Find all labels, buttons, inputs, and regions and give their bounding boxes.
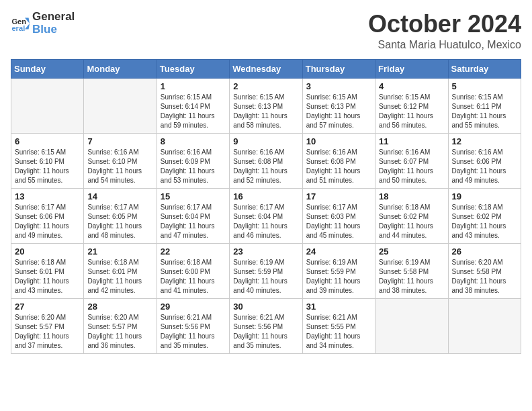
week-row-1: 1Sunrise: 6:15 AM Sunset: 6:14 PM Daylig… [11,78,521,133]
month-title: October 2024 [368,11,521,38]
day-number: 30 [233,302,298,312]
logo-general: General [32,11,75,24]
day-info: Sunrise: 6:18 AM Sunset: 6:00 PM Dayligh… [161,258,226,295]
day-number: 16 [233,191,298,201]
day-number: 17 [306,191,371,201]
calendar-cell: 6Sunrise: 6:15 AM Sunset: 6:10 PM Daylig… [11,133,84,188]
day-number: 22 [161,246,226,257]
day-info: Sunrise: 6:21 AM Sunset: 5:55 PM Dayligh… [306,313,371,351]
day-info: Sunrise: 6:17 AM Sunset: 6:05 PM Dayligh… [87,203,152,240]
calendar-cell [11,78,84,133]
day-number: 8 [161,136,226,146]
calendar-cell [375,298,448,353]
day-info: Sunrise: 6:20 AM Sunset: 5:57 PM Dayligh… [87,313,152,351]
calendar-cell: 21Sunrise: 6:18 AM Sunset: 6:01 PM Dayli… [84,243,157,298]
calendar-cell: 30Sunrise: 6:21 AM Sunset: 5:56 PM Dayli… [230,298,302,353]
svg-text:eral: eral [11,24,25,32]
day-info: Sunrise: 6:16 AM Sunset: 6:09 PM Dayligh… [161,148,226,185]
day-info: Sunrise: 6:16 AM Sunset: 6:08 PM Dayligh… [233,148,298,185]
day-info: Sunrise: 6:19 AM Sunset: 5:59 PM Dayligh… [233,258,298,295]
calendar-cell: 16Sunrise: 6:17 AM Sunset: 6:04 PM Dayli… [230,188,302,243]
day-info: Sunrise: 6:18 AM Sunset: 6:02 PM Dayligh… [379,203,444,240]
header-tuesday: Tuesday [157,59,229,78]
day-info: Sunrise: 6:17 AM Sunset: 6:03 PM Dayligh… [306,203,371,240]
day-number: 7 [87,136,152,146]
calendar-cell: 31Sunrise: 6:21 AM Sunset: 5:55 PM Dayli… [302,298,375,353]
location-title: Santa Maria Huatulco, Mexico [368,39,521,51]
day-number: 26 [452,246,517,257]
day-info: Sunrise: 6:15 AM Sunset: 6:11 PM Dayligh… [452,93,517,130]
day-number: 1 [161,81,226,91]
logo-icon: Gen eral [11,14,30,33]
header-saturday: Saturday [448,59,521,78]
day-number: 24 [306,246,371,257]
calendar-cell: 1Sunrise: 6:15 AM Sunset: 6:14 PM Daylig… [157,78,229,133]
day-number: 4 [379,81,444,91]
header-sunday: Sunday [11,59,84,78]
day-number: 18 [379,191,444,201]
calendar-cell: 4Sunrise: 6:15 AM Sunset: 6:12 PM Daylig… [375,78,448,133]
day-number: 6 [15,136,80,146]
calendar-cell: 23Sunrise: 6:19 AM Sunset: 5:59 PM Dayli… [230,243,302,298]
header-wednesday: Wednesday [230,59,302,78]
calendar-cell: 28Sunrise: 6:20 AM Sunset: 5:57 PM Dayli… [84,298,157,353]
day-info: Sunrise: 6:16 AM Sunset: 6:07 PM Dayligh… [379,148,444,185]
day-info: Sunrise: 6:15 AM Sunset: 6:10 PM Dayligh… [15,148,80,185]
page-header: Gen eral General Blue October 2024 Santa… [11,11,521,51]
week-row-4: 20Sunrise: 6:18 AM Sunset: 6:01 PM Dayli… [11,243,521,298]
day-number: 20 [15,246,80,257]
day-info: Sunrise: 6:15 AM Sunset: 6:12 PM Dayligh… [379,93,444,130]
day-number: 12 [452,136,517,146]
header-monday: Monday [84,59,157,78]
calendar-cell: 20Sunrise: 6:18 AM Sunset: 6:01 PM Dayli… [11,243,84,298]
day-info: Sunrise: 6:21 AM Sunset: 5:56 PM Dayligh… [161,313,226,351]
header-friday: Friday [375,59,448,78]
logo-blue: Blue [32,24,75,36]
day-number: 10 [306,136,371,146]
calendar-cell: 15Sunrise: 6:17 AM Sunset: 6:04 PM Dayli… [157,188,229,243]
calendar-cell: 22Sunrise: 6:18 AM Sunset: 6:00 PM Dayli… [157,243,229,298]
day-info: Sunrise: 6:18 AM Sunset: 6:01 PM Dayligh… [15,258,80,295]
day-info: Sunrise: 6:16 AM Sunset: 6:08 PM Dayligh… [306,148,371,185]
calendar-cell: 7Sunrise: 6:16 AM Sunset: 6:10 PM Daylig… [84,133,157,188]
header-thursday: Thursday [302,59,375,78]
day-info: Sunrise: 6:15 AM Sunset: 6:13 PM Dayligh… [233,93,298,130]
day-number: 25 [379,246,444,257]
day-info: Sunrise: 6:18 AM Sunset: 6:01 PM Dayligh… [87,258,152,295]
calendar-cell: 8Sunrise: 6:16 AM Sunset: 6:09 PM Daylig… [157,133,229,188]
day-number: 27 [15,302,80,312]
day-info: Sunrise: 6:19 AM Sunset: 5:59 PM Dayligh… [306,258,371,295]
day-number: 13 [15,191,80,201]
calendar-cell: 17Sunrise: 6:17 AM Sunset: 6:03 PM Dayli… [302,188,375,243]
day-info: Sunrise: 6:16 AM Sunset: 6:06 PM Dayligh… [452,148,517,185]
calendar-table: SundayMondayTuesdayWednesdayThursdayFrid… [11,59,521,354]
week-row-5: 27Sunrise: 6:20 AM Sunset: 5:57 PM Dayli… [11,298,521,353]
day-number: 9 [233,136,298,146]
logo: Gen eral General Blue [11,11,75,36]
calendar-cell: 19Sunrise: 6:18 AM Sunset: 6:02 PM Dayli… [448,188,521,243]
day-number: 2 [233,81,298,91]
calendar-cell: 29Sunrise: 6:21 AM Sunset: 5:56 PM Dayli… [157,298,229,353]
day-number: 28 [87,302,152,312]
day-info: Sunrise: 6:20 AM Sunset: 5:58 PM Dayligh… [452,258,517,295]
calendar-cell: 10Sunrise: 6:16 AM Sunset: 6:08 PM Dayli… [302,133,375,188]
calendar-cell: 2Sunrise: 6:15 AM Sunset: 6:13 PM Daylig… [230,78,302,133]
calendar-header: SundayMondayTuesdayWednesdayThursdayFrid… [11,59,521,78]
day-info: Sunrise: 6:19 AM Sunset: 5:58 PM Dayligh… [379,258,444,295]
calendar-cell: 27Sunrise: 6:20 AM Sunset: 5:57 PM Dayli… [11,298,84,353]
day-number: 31 [306,302,371,312]
day-number: 23 [233,246,298,257]
day-info: Sunrise: 6:21 AM Sunset: 5:56 PM Dayligh… [233,313,298,351]
day-info: Sunrise: 6:18 AM Sunset: 6:02 PM Dayligh… [452,203,517,240]
calendar-cell: 24Sunrise: 6:19 AM Sunset: 5:59 PM Dayli… [302,243,375,298]
day-number: 21 [87,246,152,257]
calendar-cell: 11Sunrise: 6:16 AM Sunset: 6:07 PM Dayli… [375,133,448,188]
calendar-cell [448,298,521,353]
day-number: 14 [87,191,152,201]
day-number: 3 [306,81,371,91]
calendar-cell: 12Sunrise: 6:16 AM Sunset: 6:06 PM Dayli… [448,133,521,188]
day-number: 19 [452,191,517,201]
week-row-3: 13Sunrise: 6:17 AM Sunset: 6:06 PM Dayli… [11,188,521,243]
calendar-cell: 13Sunrise: 6:17 AM Sunset: 6:06 PM Dayli… [11,188,84,243]
calendar-cell: 3Sunrise: 6:15 AM Sunset: 6:13 PM Daylig… [302,78,375,133]
